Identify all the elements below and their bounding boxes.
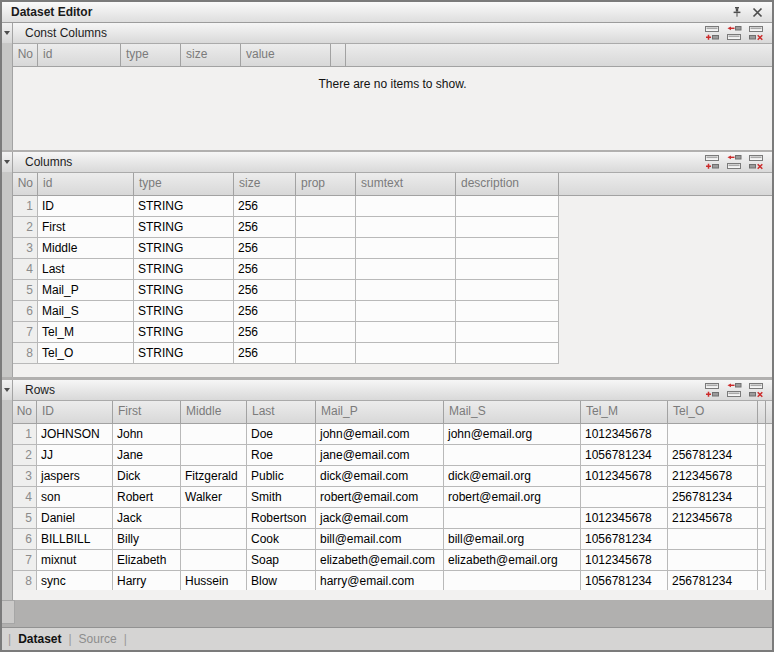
table-row[interactable]: 3jaspersDickFitzgeraldPublicdick@email.c… (13, 466, 772, 487)
grid-cell[interactable] (296, 301, 356, 322)
row-number-cell[interactable]: 3 (13, 466, 37, 487)
grid-cell[interactable] (758, 571, 766, 590)
grid-cell[interactable] (181, 424, 247, 445)
grid-cell[interactable] (456, 217, 559, 238)
column-header-cell[interactable]: value (241, 44, 331, 66)
column-header-cell[interactable]: First (113, 401, 181, 423)
grid-cell[interactable]: 256 (234, 301, 296, 322)
table-row[interactable]: 6Mail_SSTRING256 (13, 301, 772, 322)
grid-cell[interactable] (356, 301, 456, 322)
column-header-cell[interactable]: prop (296, 173, 356, 195)
grid-cell[interactable] (356, 217, 456, 238)
grid-cell[interactable]: Public (247, 466, 316, 487)
grid-cell[interactable] (296, 217, 356, 238)
table-row[interactable]: 7mixnutElizabethSoapelizabeth@email.come… (13, 550, 772, 571)
column-header-cell[interactable]: id (38, 173, 134, 195)
grid-cell[interactable]: ID (38, 196, 134, 217)
grid-cell[interactable] (668, 424, 758, 445)
grid-cell[interactable]: Mail_P (38, 280, 134, 301)
grid-cell[interactable]: STRING (134, 238, 234, 259)
column-header-cell[interactable]: description (456, 173, 559, 195)
grid-cell[interactable]: 1056781234 (581, 571, 668, 590)
grid-cell[interactable]: 256781234 (668, 571, 758, 590)
grid-cell[interactable]: Billy (113, 529, 181, 550)
grid-cell[interactable] (668, 529, 758, 550)
grid-cell[interactable]: Tel_M (38, 322, 134, 343)
row-number-cell[interactable]: 2 (13, 217, 38, 238)
grid-cell[interactable]: Smith (247, 487, 316, 508)
grid-cell[interactable]: Blow (247, 571, 316, 590)
grid-cell[interactable] (581, 487, 668, 508)
delete-row-button[interactable] (748, 26, 765, 41)
grid-cell[interactable]: robert@email.com (316, 487, 444, 508)
grid-cell[interactable] (181, 529, 247, 550)
grid-cell[interactable] (456, 259, 559, 280)
column-header-cell[interactable]: Tel_O (668, 401, 758, 423)
grid-cell[interactable]: 256 (234, 322, 296, 343)
table-row[interactable]: 2FirstSTRING256 (13, 217, 772, 238)
column-header-cell[interactable]: Tel_M (581, 401, 668, 423)
add-row-button[interactable] (704, 26, 721, 41)
grid-cell[interactable]: John (113, 424, 181, 445)
grid-cell[interactable]: STRING (134, 196, 234, 217)
grid-cell[interactable]: Soap (247, 550, 316, 571)
grid-cell[interactable] (296, 343, 356, 364)
grid-cell[interactable]: john@email.com (316, 424, 444, 445)
delete-row-button[interactable] (748, 155, 765, 170)
row-number-cell[interactable]: 7 (13, 550, 37, 571)
row-number-cell[interactable]: 6 (13, 301, 38, 322)
grid-cell[interactable]: 1012345678 (581, 508, 668, 529)
add-row-button[interactable] (704, 383, 721, 398)
column-header-cell[interactable] (758, 401, 766, 423)
grid-cell[interactable]: 256781234 (668, 445, 758, 466)
grid-cell[interactable]: Fitzgerald (181, 466, 247, 487)
grid-cell[interactable]: elizabeth@email.org (444, 550, 581, 571)
grid-cell[interactable]: 256 (234, 259, 296, 280)
grid-cell[interactable]: 212345678 (668, 508, 758, 529)
grid-cell[interactable]: 212345678 (668, 466, 758, 487)
grid-cell[interactable] (444, 508, 581, 529)
row-number-cell[interactable]: 8 (13, 343, 38, 364)
column-header-cell[interactable]: No (13, 401, 37, 423)
grid-cell[interactable] (356, 343, 456, 364)
grid-cell[interactable] (356, 238, 456, 259)
row-number-cell[interactable]: 1 (13, 196, 38, 217)
grid-cell[interactable] (181, 550, 247, 571)
insert-row-button[interactable] (726, 383, 743, 398)
tab-source[interactable]: Source (79, 632, 117, 646)
insert-row-button[interactable] (726, 155, 743, 170)
grid-cell[interactable]: son (37, 487, 113, 508)
collapse-const-columns-button[interactable] (2, 23, 12, 43)
table-row[interactable]: 8syncHarryHusseinBlowharry@email.com1056… (13, 571, 772, 590)
table-row[interactable]: 2JJJaneRoejane@email.com1056781234256781… (13, 445, 772, 466)
column-header-cell[interactable]: Last (247, 401, 316, 423)
row-number-cell[interactable]: 8 (13, 571, 37, 590)
table-row[interactable]: 7Tel_MSTRING256 (13, 322, 772, 343)
row-number-cell[interactable]: 1 (13, 424, 37, 445)
grid-cell[interactable]: 1056781234 (581, 445, 668, 466)
grid-cell[interactable]: Roe (247, 445, 316, 466)
grid-cell[interactable]: harry@email.com (316, 571, 444, 590)
column-header-cell[interactable] (331, 44, 346, 66)
column-header-cell[interactable]: Mail_S (444, 401, 581, 423)
grid-cell[interactable] (296, 280, 356, 301)
grid-cell[interactable] (296, 196, 356, 217)
grid-cell[interactable]: dick@email.org (444, 466, 581, 487)
grid-cell[interactable]: dick@email.com (316, 466, 444, 487)
row-number-cell[interactable]: 5 (13, 508, 37, 529)
grid-cell[interactable]: sync (37, 571, 113, 590)
grid-cell[interactable]: STRING (134, 217, 234, 238)
grid-cell[interactable] (758, 487, 766, 508)
grid-cell[interactable]: Daniel (37, 508, 113, 529)
grid-cell[interactable]: 256 (234, 217, 296, 238)
grid-cell[interactable]: 1012345678 (581, 550, 668, 571)
grid-cell[interactable]: bill@email.org (444, 529, 581, 550)
grid-cell[interactable] (356, 259, 456, 280)
grid-cell[interactable]: Elizabeth (113, 550, 181, 571)
grid-cell[interactable]: Middle (38, 238, 134, 259)
table-row[interactable]: 3MiddleSTRING256 (13, 238, 772, 259)
column-header-cell[interactable]: size (181, 44, 241, 66)
grid-cell[interactable]: 256781234 (668, 487, 758, 508)
grid-cell[interactable]: bill@email.com (316, 529, 444, 550)
grid-cell[interactable]: 256 (234, 343, 296, 364)
